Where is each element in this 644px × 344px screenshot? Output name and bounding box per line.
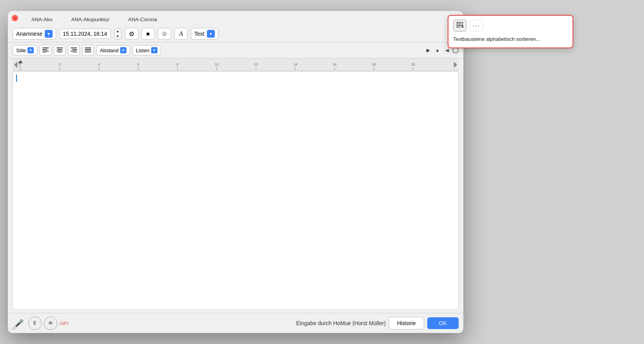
svg-text:14: 14 — [293, 62, 297, 66]
svg-text:18: 18 — [372, 62, 376, 66]
align-justify-icon — [85, 47, 91, 54]
svg-rect-1 — [42, 49, 47, 50]
svg-rect-15 — [85, 52, 91, 53]
svg-text:8: 8 — [176, 62, 178, 66]
svg-rect-6 — [57, 51, 63, 51]
ruler: 0 2 4 6 8 10 12 14 16 18 20 — [13, 59, 459, 71]
nav-diamond-button[interactable]: ◆ — [434, 46, 441, 54]
svg-rect-11 — [73, 52, 77, 53]
svg-rect-0 — [42, 48, 49, 48]
footer: 🎤 🎙 👁 AlFr Eingabe durch HoMue (Horst Mü… — [8, 313, 463, 333]
emoji-button[interactable]: ☺ — [158, 28, 171, 40]
svg-rect-9 — [72, 49, 77, 50]
more-options-icon: ··· — [473, 22, 480, 29]
svg-marker-50 — [461, 26, 463, 28]
abstand-label: Abstand — [100, 48, 119, 53]
align-left-button[interactable] — [40, 45, 51, 56]
svg-text:2: 2 — [59, 62, 60, 66]
anamnese-chevron: ▼ — [45, 30, 53, 38]
svg-rect-46 — [456, 24, 461, 24]
tooltip-text: Textbausteine alphabetisch sortieren... — [453, 35, 568, 44]
tab-ana-aku[interactable]: ANA-Aku — [22, 14, 62, 26]
sort-list-icon — [456, 22, 463, 29]
date-field[interactable]: 15.11.2024, 16:14 — [59, 29, 111, 39]
ruler-svg: 0 2 4 6 8 10 12 14 16 18 20 — [13, 59, 459, 71]
stile-dropdown[interactable]: Stile ▼ — [13, 45, 37, 55]
svg-rect-10 — [71, 51, 77, 51]
svg-rect-16 — [13, 59, 459, 71]
abstand-dropdown[interactable]: Abstand ▼ — [96, 45, 130, 55]
date-increment[interactable]: ▲ — [114, 29, 121, 34]
header-row: Anamnese ▼ 15.11.2024, 16:14 ▲ ▼ ⚙ ■ ☺ A… — [8, 26, 463, 42]
eye-icon: 👁 — [48, 320, 53, 326]
align-right-icon — [71, 47, 77, 54]
text-dropdown[interactable]: Text ▼ — [191, 28, 218, 40]
date-decrement[interactable]: ▼ — [114, 34, 121, 39]
historie-button[interactable]: Historie — [389, 317, 424, 329]
emoji-icon: ☺ — [161, 30, 168, 37]
more-options-button[interactable]: ··· — [470, 20, 483, 31]
align-justify-button[interactable] — [82, 45, 94, 56]
sort-list-button[interactable] — [453, 20, 467, 31]
anamnese-label: Anamnese — [16, 31, 42, 37]
footer-icons: 🎤 🎙 👁 AlFr — [13, 317, 69, 330]
text-editor[interactable] — [13, 71, 459, 310]
tab-bar: ANA-Aku ANA-Akupunktur ANA-Corona — [8, 11, 463, 26]
tooltip-popup: ··· Textbausteine alphabetisch sortieren… — [448, 15, 573, 48]
stile-chevron: ▼ — [27, 47, 34, 53]
aifr-button[interactable]: AlFr — [60, 320, 69, 326]
svg-text:12: 12 — [254, 62, 258, 66]
svg-text:4: 4 — [98, 62, 100, 66]
ok-button[interactable]: OK — [427, 317, 459, 329]
nav-play-button[interactable]: ▶ — [424, 46, 432, 54]
align-right-button[interactable] — [68, 45, 80, 56]
listen-chevron: ▼ — [151, 47, 157, 53]
listen-dropdown[interactable]: Listen ▼ — [132, 45, 161, 55]
font-button[interactable]: A — [174, 28, 188, 40]
square-button[interactable]: ■ — [141, 28, 155, 40]
svg-text:6: 6 — [137, 62, 139, 66]
abstand-chevron: ▼ — [120, 47, 126, 53]
date-stepper[interactable]: ▲ ▼ — [114, 28, 122, 39]
svg-text:16: 16 — [333, 62, 337, 66]
resize-handle[interactable] — [11, 324, 16, 330]
svg-rect-48 — [456, 27, 460, 27]
siri-button[interactable]: 🎙 — [28, 317, 42, 330]
svg-rect-4 — [57, 48, 63, 48]
date-value: 15.11.2024, 16:14 — [63, 31, 107, 37]
svg-rect-8 — [71, 48, 77, 48]
align-center-icon — [57, 47, 63, 54]
close-icon: × — [14, 16, 16, 20]
tab-ana-akupunktur[interactable]: ANA-Akupunktur — [62, 14, 119, 26]
svg-text:20: 20 — [411, 62, 415, 66]
svg-text:10: 10 — [215, 62, 219, 66]
svg-rect-45 — [456, 22, 462, 23]
square-icon: ■ — [146, 31, 150, 37]
font-icon: A — [179, 30, 183, 37]
main-dialog: × ANA-Aku ANA-Akupunktur ANA-Corona Anam… — [8, 11, 463, 333]
eye-button[interactable]: 👁 — [44, 317, 57, 330]
svg-rect-13 — [85, 49, 91, 50]
close-button[interactable]: × — [12, 15, 18, 21]
stile-label: Stile — [16, 48, 26, 53]
text-chevron: ▼ — [207, 30, 215, 38]
text-label: Text — [194, 31, 205, 37]
anamnese-dropdown[interactable]: Anamnese ▼ — [13, 28, 56, 40]
footer-buttons: Historie OK — [389, 317, 459, 329]
svg-rect-5 — [57, 49, 62, 50]
user-label: Eingabe durch HoMue (Horst Müller) — [296, 320, 386, 326]
listen-label: Listen — [136, 48, 150, 53]
svg-rect-14 — [85, 51, 91, 51]
tab-ana-corona[interactable]: ANA-Corona — [119, 14, 166, 26]
siri-icon: 🎙 — [32, 320, 38, 326]
gear-icon: ⚙ — [129, 30, 134, 38]
svg-rect-47 — [456, 25, 462, 26]
svg-rect-3 — [42, 52, 46, 53]
formatting-toolbar: Stile ▼ — [8, 42, 463, 59]
align-center-button[interactable] — [54, 45, 66, 56]
svg-rect-2 — [42, 51, 49, 51]
align-left-icon — [42, 47, 49, 54]
svg-rect-7 — [58, 52, 62, 53]
svg-rect-12 — [85, 48, 91, 48]
gear-button[interactable]: ⚙ — [125, 28, 138, 40]
